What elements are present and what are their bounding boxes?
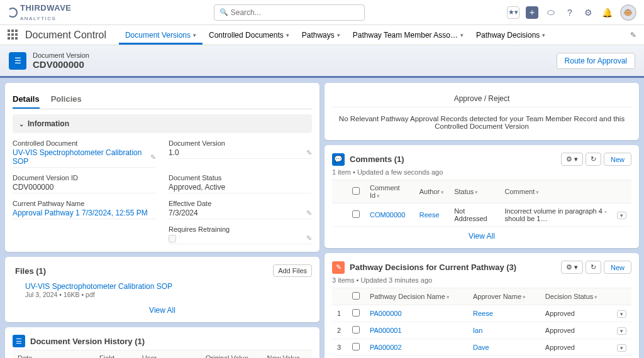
field-label: Document Status bbox=[169, 174, 312, 182]
setup-gear-icon[interactable]: ⚙ bbox=[582, 6, 595, 19]
row-menu[interactable]: ▾ bbox=[617, 327, 626, 335]
nav-tab-pathways[interactable]: Pathways▾ bbox=[296, 26, 347, 45]
comments-new-button[interactable]: New bbox=[604, 153, 631, 166]
decision-link[interactable]: PA000001 bbox=[370, 327, 402, 334]
nav-tab-pathway-decisions[interactable]: Pathway Decisions▾ bbox=[470, 26, 552, 45]
history-title: Document Version History (1) bbox=[30, 337, 145, 346]
user-avatar[interactable]: 🐵 bbox=[620, 4, 636, 21]
decision-link[interactable]: PA000000 bbox=[370, 310, 402, 317]
approve-reject-title: Approve / Reject bbox=[332, 90, 631, 107]
app-title: Document Control bbox=[25, 30, 106, 41]
author-link[interactable]: Reese bbox=[419, 211, 440, 219]
chevron-down-icon[interactable]: ▾ bbox=[193, 32, 196, 38]
select-all-checkbox[interactable] bbox=[352, 292, 360, 300]
files-title: Files (1) bbox=[15, 266, 46, 276]
col-date[interactable]: Date bbox=[13, 350, 94, 359]
col-comment-id[interactable]: Comment Id▾ bbox=[365, 180, 414, 203]
chevron-down-icon[interactable]: ▾ bbox=[337, 32, 340, 38]
app-launcher-icon[interactable] bbox=[8, 30, 19, 41]
col-orig[interactable]: Original Value bbox=[201, 350, 262, 359]
file-link[interactable]: UV-VIS Spectrophotometer Calibration SOP bbox=[25, 282, 312, 291]
section-information[interactable]: ⌄ Information bbox=[13, 114, 312, 133]
comments-meta: 1 item • Updated a few seconds ago bbox=[332, 168, 631, 176]
row-menu[interactable]: ▾ bbox=[617, 212, 626, 219]
brand-text: THIRDWAVE bbox=[20, 3, 72, 13]
search-input[interactable] bbox=[231, 8, 359, 17]
comments-view-all[interactable]: View All bbox=[469, 232, 495, 241]
chevron-down-icon[interactable]: ▾ bbox=[542, 32, 545, 38]
col-field[interactable]: Field bbox=[94, 350, 137, 359]
approve-reject-msg: No Relevant Pathway Approval Records det… bbox=[332, 107, 631, 133]
record-type-icon: ☰ bbox=[9, 52, 26, 70]
nav-tab-pathway-team[interactable]: Pathway Team Member Asso…▾ bbox=[347, 26, 470, 45]
col-status[interactable]: Status▾ bbox=[449, 180, 499, 203]
comments-title: Comments (1) bbox=[350, 155, 404, 164]
row-menu[interactable]: ▾ bbox=[617, 344, 626, 352]
col-approver[interactable]: Approver Name▾ bbox=[468, 288, 540, 305]
field-label: Controlled Document bbox=[13, 139, 156, 147]
edit-icon[interactable]: ✎ bbox=[306, 209, 312, 217]
comments-settings-button[interactable]: ⚙ ▾ bbox=[561, 153, 583, 166]
tab-policies[interactable]: Policies bbox=[51, 90, 82, 109]
table-row: COM00000 Reese Not Addressed Incorrect v… bbox=[332, 203, 631, 227]
comments-icon: 💬 bbox=[332, 153, 345, 166]
retrain-checkbox[interactable] bbox=[169, 235, 176, 242]
row-checkbox[interactable] bbox=[352, 343, 360, 350]
decisions-meta: 3 items • Updated 3 minutes ago bbox=[332, 276, 631, 284]
approver-link[interactable]: Reese bbox=[473, 310, 493, 317]
decisions-icon: ✎ bbox=[332, 261, 345, 274]
brand-swirl-icon bbox=[8, 8, 18, 18]
brand-subtext: ANALYTICS bbox=[20, 16, 56, 21]
field-label: Document Version bbox=[169, 139, 312, 147]
col-decision-status[interactable]: Decision Status▾ bbox=[540, 288, 612, 305]
brand-logo: THIRDWAVEANALYTICS bbox=[8, 3, 72, 22]
chevron-down-icon: ⌄ bbox=[19, 121, 24, 127]
row-menu[interactable]: ▾ bbox=[617, 310, 626, 318]
record-title: CDV000000 bbox=[33, 59, 89, 70]
nav-tab-controlled-docs[interactable]: Controlled Documents▾ bbox=[203, 26, 296, 45]
add-icon[interactable]: ＋ bbox=[526, 6, 538, 19]
comment-id-link[interactable]: COM00000 bbox=[370, 211, 405, 219]
col-author[interactable]: Author▾ bbox=[414, 180, 449, 203]
table-row: 1 PA000000 Reese Approved ▾ bbox=[332, 305, 631, 322]
approver-link[interactable]: Ian bbox=[473, 327, 482, 334]
trailhead-icon[interactable]: ⬭ bbox=[545, 6, 557, 19]
table-row: 3 PA000002 Dave Approved ▾ bbox=[332, 339, 631, 356]
files-view-all[interactable]: View All bbox=[149, 306, 175, 315]
nav-tab-doc-versions[interactable]: Document Versions▾ bbox=[119, 26, 203, 45]
decisions-new-button[interactable]: New bbox=[604, 261, 631, 274]
approver-link[interactable]: Dave bbox=[473, 344, 489, 351]
chevron-down-icon[interactable]: ▾ bbox=[286, 32, 289, 38]
field-label: Effective Date bbox=[169, 200, 312, 207]
file-meta: Jul 3, 2024 • 16KB • pdf bbox=[25, 291, 312, 298]
refresh-button[interactable]: ↻ bbox=[586, 261, 601, 274]
decisions-settings-button[interactable]: ⚙ ▾ bbox=[561, 261, 583, 274]
decision-link[interactable]: PA000002 bbox=[370, 344, 402, 351]
pathway-link[interactable]: Approval Pathway 1 7/3/2024, 12:55 PM bbox=[13, 209, 148, 217]
help-icon[interactable]: ? bbox=[564, 6, 576, 19]
edit-nav-icon[interactable]: ✎ bbox=[630, 31, 636, 40]
favorites-icon[interactable]: ★▾ bbox=[507, 6, 519, 19]
refresh-button[interactable]: ↻ bbox=[586, 153, 601, 166]
notifications-icon[interactable]: 🔔 bbox=[601, 6, 614, 19]
chevron-down-icon[interactable]: ▾ bbox=[460, 32, 464, 38]
row-checkbox[interactable] bbox=[352, 309, 360, 317]
row-checkbox[interactable] bbox=[352, 210, 360, 218]
tab-details[interactable]: Details bbox=[13, 90, 40, 109]
col-user[interactable]: User bbox=[137, 350, 201, 359]
search-icon: 🔍 bbox=[219, 8, 228, 16]
decisions-title: Pathway Decisions for Current Pathway (3… bbox=[350, 263, 516, 272]
select-all-checkbox[interactable] bbox=[352, 187, 360, 195]
edit-icon[interactable]: ✎ bbox=[306, 149, 312, 157]
global-search[interactable]: 🔍 bbox=[214, 4, 365, 21]
edit-icon[interactable]: ✎ bbox=[150, 153, 156, 161]
col-new[interactable]: New Value bbox=[262, 350, 312, 359]
col-comment[interactable]: Comment▾ bbox=[500, 180, 612, 203]
field-label: Current Pathway Name bbox=[13, 200, 156, 207]
route-for-approval-button[interactable]: Route for Approval bbox=[557, 53, 635, 69]
col-decision-name[interactable]: Pathway Decision Name▾ bbox=[365, 288, 468, 305]
row-checkbox[interactable] bbox=[352, 326, 360, 334]
add-files-button[interactable]: Add Files bbox=[273, 264, 312, 277]
controlled-doc-link[interactable]: UV-VIS Spectrophotometer Calibration SOP bbox=[13, 148, 150, 166]
edit-icon[interactable]: ✎ bbox=[306, 234, 312, 242]
